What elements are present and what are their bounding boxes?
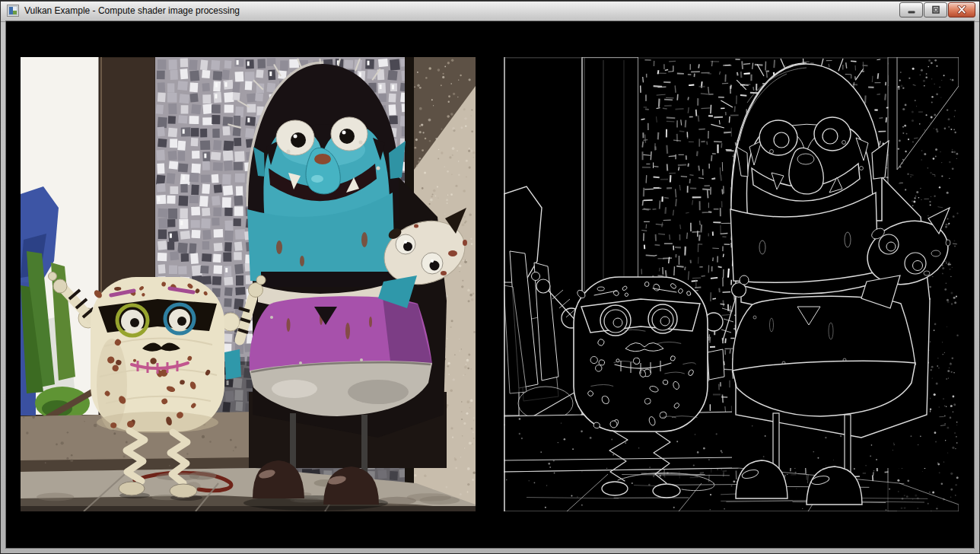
client-area (6, 21, 974, 548)
close-icon (957, 5, 966, 14)
maximize-button[interactable] (924, 2, 947, 18)
compute-shader-output-image (504, 57, 959, 511)
titlebar[interactable]: Vulkan Example - Compute shader image pr… (1, 2, 979, 22)
source-image (21, 57, 476, 511)
minimize-button[interactable] (899, 2, 923, 18)
window-controls (899, 2, 975, 18)
minimize-icon (907, 5, 916, 14)
app-window: Vulkan Example - Compute shader image pr… (0, 0, 980, 554)
maximize-icon (931, 5, 940, 14)
app-icon[interactable] (7, 5, 19, 17)
window-title: Vulkan Example - Compute shader image pr… (24, 2, 240, 21)
close-button[interactable] (948, 2, 975, 18)
